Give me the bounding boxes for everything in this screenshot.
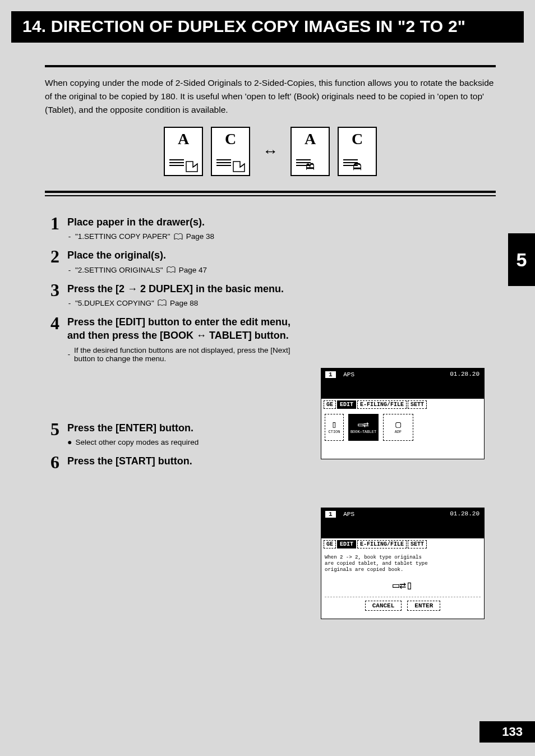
ref-text: "5.DUPLEX COPYING" [75,299,154,307]
figure-tile-letter: A [305,131,316,147]
step-number: 3 [45,281,59,299]
figure-tile: C [211,127,250,176]
lcd-counter: 1 [325,510,336,518]
lcd-tab[interactable]: GE [324,400,336,409]
lcd-enter-button[interactable]: ENTER [407,601,440,611]
note-text: If the desired function buttons are not … [74,346,303,363]
figure-tile-lines [216,159,231,166]
step-number: 5 [45,420,59,438]
doc-icon: ▯ [331,421,337,430]
page-flip-icon [232,160,247,173]
lcd-func-label: CTION [328,430,340,434]
lcd-counter: 1 [325,371,336,379]
lcd-func-label: BOOK↔TABLET [350,430,376,434]
book-tablet-icon: ▭⇄▯ [393,579,413,592]
lcd-tab-row: GE EDIT E-FILING/FILE SETT [321,538,484,550]
lcd-aps: APS [343,371,354,378]
lcd-header: 1 APS 01.28.20 [321,508,484,538]
step-number: 4 [45,314,59,332]
lcd-tab[interactable]: E-FILING/FILE [357,400,407,409]
lcd-clock: 01.28.20 [450,510,479,517]
step-4: 4 Press the [EDIT] button to enter the e… [45,315,496,365]
step-3: 3 Press the [2 → 2 DUPLEX] in the basic … [45,282,496,310]
lcd-tab-edit[interactable]: EDIT [337,400,356,409]
chapter-tab: 5 [508,233,535,286]
lcd-function-row: ▯ CTION ▭⇄ BOOK↔TABLET ▢ ADF [325,414,481,441]
adf-icon: ▢ [395,421,401,430]
lcd-tab-edit[interactable]: EDIT [337,540,356,548]
step-reference: - "1.SETTING COPY PAPER" Page 38 [67,232,496,241]
step-heading: Place the original(s). [67,248,496,262]
lcd-tab[interactable]: GE [324,540,336,548]
figure-tile: A B [290,127,330,176]
lcd-tab[interactable]: E-FILING/FILE [357,540,407,548]
lcd-tab[interactable]: SETT [408,400,427,409]
step-heading: Press the [EDIT] button to enter the edi… [67,315,303,343]
book-tablet-icon: ▭⇄ [358,421,368,430]
step-number: 1 [45,214,59,232]
step-note: - If the desired function buttons are no… [67,346,303,363]
step-2: 2 Place the original(s). - "2.SETTING OR… [45,248,496,276]
figure-tile-letter: C [225,131,236,147]
lcd-button-row: CANCEL ENTER [325,597,481,615]
lcd-func-adf[interactable]: ▢ ADF [383,414,413,441]
rule-mid-thick [45,191,496,193]
step-number: 6 [45,453,59,471]
intro-paragraph: When copying under the mode of 2-Sided O… [45,76,496,117]
step-reference: - "5.DUPLEX COPYING" Page 88 [67,299,496,307]
figure-tile-rotated-letter: B [304,163,317,170]
figure-tile-rotated-letter: D [351,162,364,170]
lcd-func-book-tablet[interactable]: ▭⇄ BOOK↔TABLET [348,414,379,441]
ref-text: "1.SETTING COPY PAPER" [75,232,170,241]
step-1: 1 Place paper in the drawer(s). - "1.SET… [45,215,496,243]
lcd-func-label: ADF [395,430,402,434]
double-arrow-icon: ↔ [258,142,283,160]
rule-top-thick [45,65,496,67]
bullet-text: Select other copy modes as required [75,438,199,446]
step-heading: Press the [2 → 2 DUPLEX] in the basic me… [67,282,496,296]
ref-page: Page 38 [186,232,214,241]
step-number: 2 [45,247,59,265]
lcd-tab-row: GE EDIT E-FILING/FILE SETT [321,399,484,411]
lcd-message: When 2 -> 2, book type originals are cop… [325,554,481,578]
ref-page: Page 47 [179,266,207,274]
lcd-screenshot-edit-menu: 1 APS 01.28.20 GE EDIT E-FILING/FILE SET… [321,368,485,459]
step-reference: - "2.SETTING ORIGINALS" Page 47 [67,266,496,274]
ref-text: "2.SETTING ORIGINALS" [75,266,163,274]
lcd-aps: APS [343,511,354,518]
lcd-screenshot-confirm: 1 APS 01.28.20 GE EDIT E-FILING/FILE SET… [321,508,485,619]
book-icon [167,266,176,273]
page-flip-icon [185,160,200,173]
page-number: 133 [479,721,535,743]
figure-duplex-direction: A C ↔ A B C D [45,127,496,176]
figure-tile-lines [169,159,184,166]
lcd-clock: 01.28.20 [450,371,479,377]
section-title: 14. DIRECTION OF DUPLEX COPY IMAGES IN "… [22,17,513,36]
lcd-cancel-button[interactable]: CANCEL [365,601,402,611]
book-icon [174,233,183,240]
section-title-bar: 14. DIRECTION OF DUPLEX COPY IMAGES IN "… [11,11,524,43]
figure-tile: C D [338,127,377,176]
lcd-tab[interactable]: SETT [408,540,427,548]
book-icon [158,299,167,306]
rule-mid-thin [45,195,496,196]
figure-tile: A [164,127,203,176]
figure-tile-letter: C [352,131,363,147]
ref-page: Page 88 [170,299,198,307]
step-heading: Place paper in the drawer(s). [67,215,496,229]
lcd-header: 1 APS 01.28.20 [321,368,484,399]
lcd-func-button[interactable]: ▯ CTION [325,414,344,441]
figure-tile-letter: A [178,131,189,147]
